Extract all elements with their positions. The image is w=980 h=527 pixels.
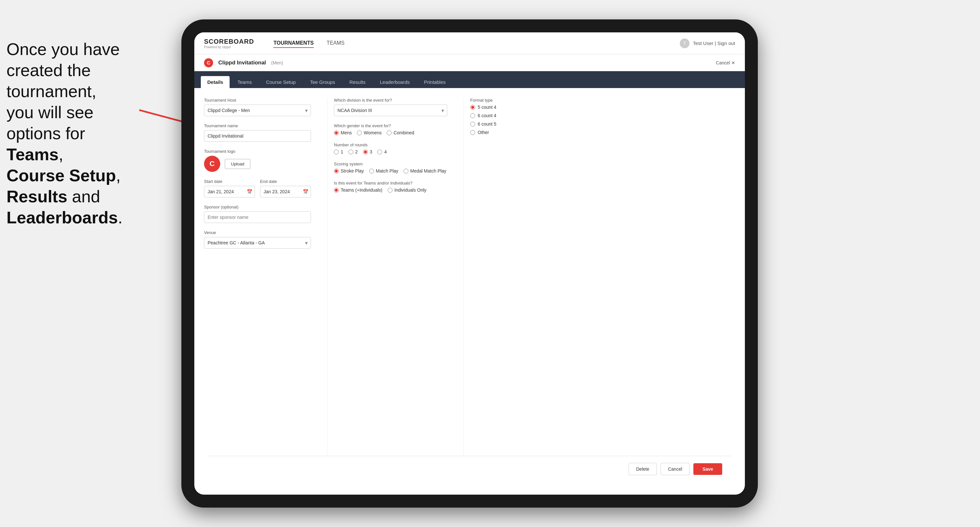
cancel-button[interactable]: Cancel <box>661 463 690 475</box>
teams-plus-radio[interactable] <box>334 188 339 193</box>
format-group: Format type 5 count 4 6 count 4 6 <box>470 98 735 135</box>
tab-printables[interactable]: Printables <box>417 76 452 88</box>
individuals-only-label: Individuals Only <box>395 187 426 193</box>
format-other-label: Other <box>478 130 489 135</box>
tab-bar: Details Teams Course Setup Tee Groups Re… <box>194 71 745 88</box>
tab-details[interactable]: Details <box>201 76 230 88</box>
rounds-2-option[interactable]: 2 <box>348 149 358 154</box>
nav-tournaments[interactable]: TOURNAMENTS <box>273 39 313 48</box>
format-6count4-label: 6 count 4 <box>478 113 496 118</box>
tab-results[interactable]: Results <box>343 76 372 88</box>
end-date-label: End date <box>260 179 311 184</box>
venue-select[interactable]: Peachtree GC - Atlanta - GA <box>204 237 311 249</box>
scoring-label: Scoring system <box>334 162 447 167</box>
gender-womens-option[interactable]: Womens <box>357 130 382 135</box>
main-content: Tournament Host Clippd College - Men Tou… <box>194 88 745 469</box>
division-select[interactable]: NCAA Division III <box>334 105 447 116</box>
end-date-input[interactable] <box>260 186 311 197</box>
scoring-match-label: Match Play <box>376 168 398 173</box>
format-6count5-radio[interactable] <box>470 122 475 127</box>
rounds-1-option[interactable]: 1 <box>334 149 343 154</box>
individuals-only-radio[interactable] <box>388 188 393 193</box>
scoring-stroke-option[interactable]: Stroke Play <box>334 168 364 173</box>
rounds-1-radio[interactable] <box>334 149 339 154</box>
gender-combined-option[interactable]: Combined <box>387 130 414 135</box>
sponsor-label: Sponsor (optional) <box>204 205 311 210</box>
tab-leaderboards[interactable]: Leaderboards <box>374 76 417 88</box>
individuals-only-option[interactable]: Individuals Only <box>388 187 426 193</box>
scoring-medal-option[interactable]: Medal Match Play <box>404 168 446 173</box>
tablet-screen: SCOREBOARD Powered by clippd TOURNAMENTS… <box>194 32 745 495</box>
format-5count4-radio[interactable] <box>470 105 475 110</box>
rounds-3-label: 3 <box>370 149 372 154</box>
teams-individuals-group: Is this event for Teams and/or Individua… <box>334 181 447 193</box>
teams-plus-option[interactable]: Teams (+Individuals) <box>334 187 382 193</box>
cancel-top-button[interactable]: Cancel ✕ <box>716 60 735 65</box>
format-6count4-option[interactable]: 6 count 4 <box>470 113 735 118</box>
scoring-match-option[interactable]: Match Play <box>369 168 398 173</box>
format-6count5-label: 6 count 5 <box>478 121 496 127</box>
gender-radio-group: Mens Womens Combined <box>334 130 447 135</box>
nav-teams[interactable]: TEAMS <box>327 39 345 48</box>
tournament-name-input[interactable] <box>204 130 311 142</box>
teams-plus-label: Teams (+Individuals) <box>341 187 382 193</box>
format-5count4-label: 5 count 4 <box>478 105 496 110</box>
gender-label: Which gender is the event for? <box>334 123 447 128</box>
tab-tee-groups[interactable]: Tee Groups <box>304 76 342 88</box>
rounds-1-label: 1 <box>341 149 343 154</box>
start-date-label: Start date <box>204 179 255 184</box>
col-left: Tournament Host Clippd College - Men Tou… <box>204 98 321 469</box>
format-6count4-radio[interactable] <box>470 113 475 118</box>
sponsor-input[interactable] <box>204 211 311 223</box>
upload-button[interactable]: Upload <box>225 159 250 169</box>
logo-text: SCOREBOARD <box>204 38 254 45</box>
division-wrapper: NCAA Division III <box>334 105 447 116</box>
tab-teams[interactable]: Teams <box>231 76 258 88</box>
gender-womens-radio[interactable] <box>357 130 362 135</box>
column-separator-1 <box>327 98 328 469</box>
date-row: Start date End date <box>204 179 311 197</box>
rounds-2-label: 2 <box>355 149 358 154</box>
gender-mens-radio[interactable] <box>334 130 339 135</box>
delete-button[interactable]: Delete <box>628 463 657 475</box>
logo-sub: Powered by clippd <box>204 45 254 49</box>
format-5count4-option[interactable]: 5 count 4 <box>470 105 735 110</box>
logo-area: SCOREBOARD Powered by clippd <box>204 38 254 49</box>
rounds-4-label: 4 <box>384 149 387 154</box>
logo-section: C Upload <box>204 156 311 172</box>
logo-preview: C <box>204 156 220 172</box>
scoring-match-radio[interactable] <box>369 169 374 173</box>
division-label: Which division is the event for? <box>334 98 447 103</box>
scoring-medal-radio[interactable] <box>404 169 408 173</box>
user-text[interactable]: Test User | Sign out <box>693 40 735 46</box>
format-other-option[interactable]: Other <box>470 130 735 135</box>
gender-combined-label: Combined <box>393 130 414 135</box>
rounds-2-radio[interactable] <box>348 149 353 154</box>
rounds-radio-group: 1 2 3 4 <box>334 149 447 154</box>
tournament-name-label: Tournament name <box>204 123 311 128</box>
rounds-3-radio[interactable] <box>363 149 368 154</box>
tournament-bar: C Clippd Invitational (Men) Cancel ✕ <box>194 54 745 71</box>
gender-mens-option[interactable]: Mens <box>334 130 352 135</box>
tab-course-setup[interactable]: Course Setup <box>259 76 302 88</box>
format-6count5-option[interactable]: 6 count 5 <box>470 121 735 127</box>
tournament-host-group: Tournament Host Clippd College - Men <box>204 98 311 116</box>
save-button[interactable]: Save <box>694 463 722 475</box>
format-other-radio[interactable] <box>470 130 475 135</box>
rounds-4-radio[interactable] <box>377 149 382 154</box>
tournament-host-select[interactable]: Clippd College - Men <box>204 105 311 116</box>
rounds-3-option[interactable]: 3 <box>363 149 372 154</box>
sponsor-group: Sponsor (optional) <box>204 205 311 223</box>
end-date-group: End date <box>260 179 311 197</box>
gender-combined-radio[interactable] <box>387 130 391 135</box>
rounds-4-option[interactable]: 4 <box>377 149 387 154</box>
scoring-radio-group: Stroke Play Match Play Medal Match Play <box>334 168 447 173</box>
start-date-input[interactable] <box>204 186 255 197</box>
column-separator-2 <box>463 98 464 469</box>
scoring-group: Scoring system Stroke Play Match Play <box>334 162 447 173</box>
start-date-wrapper <box>204 186 255 197</box>
user-avatar: T <box>680 38 689 48</box>
format-label: Format type <box>470 98 735 103</box>
division-group: Which division is the event for? NCAA Di… <box>334 98 447 116</box>
scoring-stroke-radio[interactable] <box>334 169 339 173</box>
